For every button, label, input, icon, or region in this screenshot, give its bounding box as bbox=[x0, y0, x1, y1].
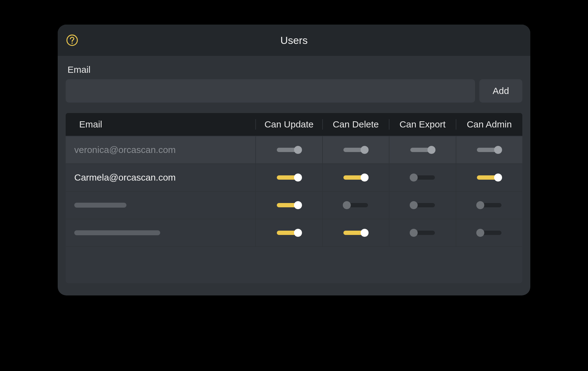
email-text: Carmela@orcascan.com bbox=[74, 172, 176, 183]
toggle-can-delete bbox=[343, 146, 368, 154]
cell-can-delete bbox=[323, 219, 390, 246]
col-email: Email bbox=[66, 119, 256, 130]
table-header: Email Can Update Can Delete Can Export C… bbox=[66, 113, 522, 136]
table-footer-space bbox=[66, 246, 522, 283]
col-can-admin: Can Admin bbox=[456, 119, 523, 130]
col-can-update: Can Update bbox=[256, 119, 323, 130]
cell-can-admin bbox=[456, 219, 523, 246]
cell-can-admin bbox=[456, 136, 523, 163]
toggle-can-delete[interactable] bbox=[343, 229, 368, 236]
panel-header: Users bbox=[58, 25, 530, 56]
toggle-can-delete[interactable] bbox=[343, 201, 368, 209]
cell-can-delete bbox=[323, 136, 390, 163]
add-user-button[interactable]: Add bbox=[479, 79, 522, 103]
toggle-can-export bbox=[410, 146, 435, 154]
toggle-can-update[interactable] bbox=[277, 229, 301, 236]
panel-body: Email Add Email Can Update Can Delete Ca… bbox=[58, 56, 530, 295]
toggle-can-admin[interactable] bbox=[477, 229, 501, 236]
toggle-can-export[interactable] bbox=[410, 201, 435, 209]
col-can-delete: Can Delete bbox=[323, 119, 390, 130]
toggle-can-delete[interactable] bbox=[343, 174, 368, 181]
cell-can-admin bbox=[456, 192, 523, 219]
cell-can-admin bbox=[456, 164, 523, 191]
email-text: veronica@orcascan.com bbox=[74, 145, 176, 155]
toggle-can-update[interactable] bbox=[277, 201, 301, 209]
email-placeholder bbox=[74, 230, 160, 235]
email-label: Email bbox=[68, 64, 522, 75]
cell-email: Carmela@orcascan.com bbox=[66, 164, 256, 191]
toggle-can-admin[interactable] bbox=[477, 174, 501, 181]
cell-can-export bbox=[389, 192, 456, 219]
table-row: veronica@orcascan.com bbox=[66, 136, 522, 163]
email-input[interactable] bbox=[66, 79, 475, 103]
help-icon[interactable] bbox=[66, 34, 79, 47]
cell-can-update bbox=[256, 136, 323, 163]
col-can-export: Can Export bbox=[389, 119, 456, 130]
cell-can-export bbox=[389, 136, 456, 163]
email-placeholder bbox=[74, 203, 126, 208]
cell-can-export bbox=[389, 164, 456, 191]
toggle-can-export[interactable] bbox=[410, 229, 435, 236]
cell-can-delete bbox=[323, 192, 390, 219]
toggle-can-update bbox=[277, 146, 301, 154]
cell-can-delete bbox=[323, 164, 390, 191]
table-row bbox=[66, 191, 522, 219]
cell-can-update bbox=[256, 219, 323, 246]
svg-point-1 bbox=[72, 43, 73, 44]
toggle-can-admin bbox=[477, 146, 501, 154]
cell-can-update bbox=[256, 164, 323, 191]
table-body: veronica@orcascan.comCarmela@orcascan.co… bbox=[66, 136, 522, 246]
toggle-can-export[interactable] bbox=[410, 174, 435, 181]
toggle-can-update[interactable] bbox=[277, 174, 301, 181]
users-panel: Users Email Add Email Can Update Can Del… bbox=[58, 25, 530, 295]
panel-title: Users bbox=[280, 34, 308, 46]
cell-can-update bbox=[256, 192, 323, 219]
table-row bbox=[66, 219, 522, 246]
cell-email: veronica@orcascan.com bbox=[66, 136, 256, 163]
add-user-row: Add bbox=[66, 79, 522, 103]
cell-email bbox=[66, 192, 256, 219]
users-table: Email Can Update Can Delete Can Export C… bbox=[66, 113, 522, 283]
cell-email bbox=[66, 219, 256, 246]
table-row: Carmela@orcascan.com bbox=[66, 163, 522, 191]
toggle-can-admin[interactable] bbox=[477, 201, 501, 209]
cell-can-export bbox=[389, 219, 456, 246]
